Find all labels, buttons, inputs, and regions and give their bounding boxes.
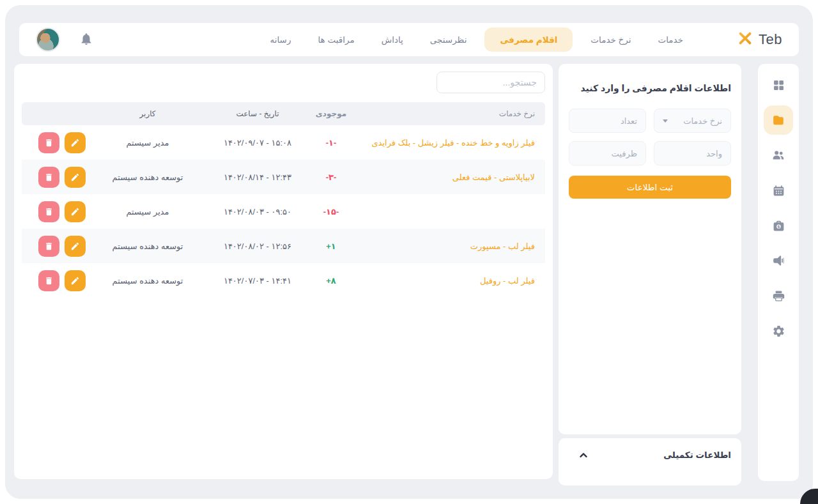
bell-icon xyxy=(79,32,93,48)
cell-service-name: لابیاپلاستی - قیمت فعلی xyxy=(354,172,545,182)
cell-service-name: فیلر لب - روفیل xyxy=(354,276,545,286)
delete-button[interactable] xyxy=(38,270,59,291)
trash-icon xyxy=(44,138,54,148)
sidebar-item-users[interactable] xyxy=(764,141,793,170)
sidebar-item-grid[interactable] xyxy=(764,70,793,100)
nav-item-cares[interactable]: مراقبت ها xyxy=(309,28,363,51)
nav-item-consumables[interactable]: اقلام مصرفی xyxy=(484,27,573,52)
money-bag-icon: $ xyxy=(772,219,785,233)
delete-button[interactable] xyxy=(38,132,59,153)
sidebar-item-gear[interactable] xyxy=(764,316,793,346)
table-row: فیلر لب - روفیل +۸ ۱۴۰۲/۰۷/۰۳ - ۱۴:۴۱ تو… xyxy=(22,263,545,298)
trash-icon xyxy=(44,241,54,251)
nav-item-services[interactable]: خدمات xyxy=(649,28,693,51)
app-root: Teb خدماتنرخ خدماتاقلام مصرفینظرسنجیپادا… xyxy=(0,0,818,504)
gear-icon xyxy=(772,325,785,338)
header-service-rate: نرخ خدمات xyxy=(354,109,545,118)
edit-button[interactable] xyxy=(65,270,86,291)
chevron-up-icon xyxy=(578,450,589,463)
consumables-table-card: نرخ خدمات موجودی تاریخ - ساعت کاربر فیلر… xyxy=(14,64,553,479)
collapse-button[interactable] xyxy=(569,450,598,463)
cell-actions xyxy=(22,270,88,291)
cell-actions xyxy=(22,201,88,222)
app-frame: Teb خدماتنرخ خدماتاقلام مصرفینظرسنجیپادا… xyxy=(5,5,813,499)
nav-item-label: نرخ خدمات xyxy=(590,35,631,45)
notifications-button[interactable] xyxy=(79,32,93,48)
cell-user: توسعه دهنده سیستم xyxy=(88,241,207,251)
delete-button[interactable] xyxy=(38,236,59,257)
form-fields: نرخ خدمات xyxy=(569,109,731,165)
quantity-field[interactable] xyxy=(569,109,646,133)
cell-service-name: فیلر لب - مسپورت xyxy=(354,241,545,251)
logo-text: Teb xyxy=(759,31,782,48)
edit-button[interactable] xyxy=(65,132,86,153)
pencil-icon xyxy=(70,207,80,217)
main-nav: خدماتنرخ خدماتاقلام مصرفینظرسنجیپاداشمرا… xyxy=(261,27,693,52)
pencil-icon xyxy=(70,138,80,148)
cell-stock: -۱۵- xyxy=(308,207,354,217)
nav-item-reward[interactable]: پاداش xyxy=(373,28,412,51)
grid-icon xyxy=(772,79,785,92)
user-avatar[interactable] xyxy=(36,27,60,52)
cell-datetime: ۱۴۰۲/۰۷/۰۳ - ۱۴:۴۱ xyxy=(207,276,308,286)
header-stock: موجودی xyxy=(308,109,354,118)
nav-item-service-rates[interactable]: نرخ خدمات xyxy=(582,28,640,51)
sidebar-item-megaphone[interactable] xyxy=(764,246,793,275)
cell-actions xyxy=(22,167,88,188)
cell-user: توسعه دهنده سیستم xyxy=(88,276,207,286)
table-header: نرخ خدمات موجودی تاریخ - ساعت کاربر xyxy=(22,102,545,125)
submit-info-button[interactable]: ثبت اطلاعات xyxy=(569,176,731,199)
pencil-icon xyxy=(70,276,80,286)
cell-service-name: فیلر زاویه و خط خنده - فیلر زیشل - بلک ف… xyxy=(354,138,545,148)
nav-item-label: نظرسنجی xyxy=(430,35,467,45)
edit-button[interactable] xyxy=(65,167,86,188)
nav-item-label: خدمات xyxy=(658,35,684,45)
sidebar-item-folder[interactable] xyxy=(764,105,793,135)
consumables-form-panel: اطلاعات اقلام مصرفی را وارد کنید نرخ خدم… xyxy=(559,64,741,434)
calendar-icon xyxy=(772,184,785,197)
trash-icon xyxy=(44,276,54,286)
cell-user: مدیر سیستم xyxy=(88,138,207,148)
cell-stock: -۱- xyxy=(308,138,354,148)
cell-datetime: ۱۴۰۲/۰۸/۱۴ - ۱۲:۴۳ xyxy=(207,172,308,182)
svg-text:$: $ xyxy=(777,224,780,229)
service-rate-select[interactable]: نرخ خدمات xyxy=(654,109,731,133)
delete-button[interactable] xyxy=(38,167,59,188)
delete-button[interactable] xyxy=(38,201,59,222)
pencil-icon xyxy=(70,172,80,182)
cell-datetime: ۱۴۰۲/۰۸/۰۳ - ۰۹:۵۰ xyxy=(207,207,308,217)
header-user: کاربر xyxy=(88,109,207,118)
nav-item-label: رسانه xyxy=(270,35,291,45)
table-row: لابیاپلاستی - قیمت فعلی -۳- ۱۴۰۲/۰۸/۱۴ -… xyxy=(22,160,545,194)
trash-icon xyxy=(44,207,54,217)
cell-stock: +۱ xyxy=(308,241,354,251)
edit-button[interactable] xyxy=(65,201,86,222)
capacity-field[interactable] xyxy=(569,141,646,165)
megaphone-icon xyxy=(771,254,785,268)
service-rate-select-value: نرخ خدمات xyxy=(683,116,722,126)
sidebar-item-calendar[interactable] xyxy=(764,176,793,205)
cell-actions xyxy=(22,132,88,153)
extra-info-title: اطلاعات تکمیلی xyxy=(663,450,731,460)
printer-icon xyxy=(772,289,785,303)
table-row: -۱۵- ۱۴۰۲/۰۸/۰۳ - ۰۹:۵۰ مدیر سیستم xyxy=(22,194,545,229)
users-icon xyxy=(771,148,785,162)
form-panel-title: اطلاعات اقلام مصرفی را وارد کنید xyxy=(569,83,731,93)
sidebar-item-money-bag[interactable]: $ xyxy=(764,211,793,240)
nav-item-media[interactable]: رسانه xyxy=(261,28,300,51)
edit-button[interactable] xyxy=(65,236,86,257)
top-navbar: Teb خدماتنرخ خدماتاقلام مصرفینظرسنجیپادا… xyxy=(19,23,799,56)
app-logo: Teb xyxy=(737,30,782,49)
pencil-icon xyxy=(70,241,80,251)
nav-item-survey[interactable]: نظرسنجی xyxy=(421,28,476,51)
search-input[interactable] xyxy=(436,72,545,93)
nav-item-label: اقلام مصرفی xyxy=(500,35,557,45)
cell-user: توسعه دهنده سیستم xyxy=(88,172,207,182)
unit-field[interactable] xyxy=(654,141,731,165)
sidebar-item-printer[interactable] xyxy=(764,281,793,310)
extra-info-panel: اطلاعات تکمیلی xyxy=(559,438,741,485)
x-logo-icon xyxy=(737,30,753,49)
nav-item-label: مراقبت ها xyxy=(318,35,354,45)
table-row: فیلر لب - مسپورت +۱ ۱۴۰۲/۰۸/۰۲ - ۱۲:۵۶ ت… xyxy=(22,229,545,263)
cell-stock: +۸ xyxy=(308,276,354,286)
